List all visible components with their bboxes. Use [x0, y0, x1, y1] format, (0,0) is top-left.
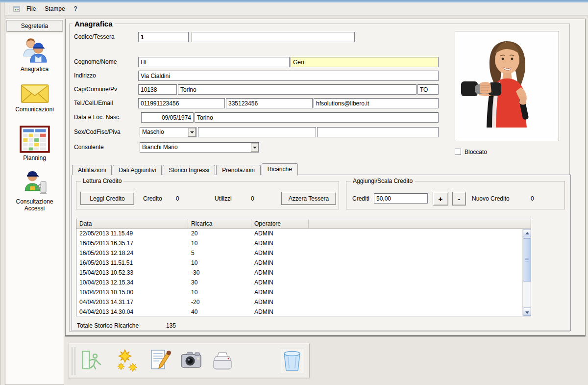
table-cell: 04/04/2013 14.31.17	[76, 298, 188, 308]
sidebar-item-comunicazioni[interactable]: Comunicazioni	[5, 83, 64, 113]
column-header-data[interactable]: Data	[76, 219, 188, 229]
crediti-input[interactable]	[374, 193, 428, 204]
member-photo	[455, 31, 559, 141]
scroll-down-button[interactable]	[523, 308, 531, 316]
sidebar-item-consultazione-accessi[interactable]: Consultazione Accessi	[5, 168, 64, 212]
menu-help[interactable]: ?	[70, 3, 82, 14]
sidebar-header-segreteria[interactable]: Segreteria	[7, 21, 62, 32]
consulente-label: Consulente	[74, 144, 104, 151]
menu-bar: File Stampe ?	[5, 2, 588, 16]
table-row[interactable]: 04/04/2013 14.31.17-20ADMIN	[76, 298, 522, 308]
menubar-grip[interactable]	[8, 4, 9, 13]
table-cell: ADMIN	[251, 288, 309, 298]
table-row[interactable]: 15/04/2013 10.52.33-30ADMIN	[76, 268, 522, 278]
column-header-ricarica[interactable]: Ricarica	[188, 219, 251, 229]
toolbar-grip[interactable]	[72, 347, 75, 375]
nuovo-credito-label: Nuovo Credito	[472, 195, 510, 202]
print-button[interactable]	[210, 349, 235, 373]
menu-file[interactable]: File	[23, 3, 41, 14]
email-input[interactable]	[314, 98, 439, 108]
table-cell: ADMIN	[251, 239, 309, 249]
table-row[interactable]: 22/05/2013 11.15.4920ADMIN	[76, 229, 522, 239]
table-cell: 16/05/2013 11.51.51	[76, 258, 188, 268]
bloccato-checkbox[interactable]	[455, 149, 461, 155]
sex-dropdown-button[interactable]	[188, 128, 196, 137]
column-header-operatore[interactable]: Operatore	[251, 219, 309, 229]
vertical-scrollbar[interactable]	[522, 229, 531, 316]
loc-nascita-input[interactable]	[195, 112, 439, 123]
edit-icon	[148, 349, 172, 374]
table-row[interactable]: 16/05/2013 12.18.245ADMIN	[76, 249, 522, 258]
data-nascita-input[interactable]	[141, 112, 194, 123]
table-cell: ADMIN	[251, 298, 309, 308]
tab-ricariche[interactable]: Ricariche	[262, 163, 298, 176]
leggi-credito-button[interactable]: Leggi Credito	[80, 192, 134, 205]
totale-label: Totale Storico Ricariche	[77, 322, 139, 329]
cell-input[interactable]	[226, 98, 313, 108]
crediti-label: Crediti	[352, 195, 369, 202]
table-cell: 5	[188, 249, 251, 258]
new-button[interactable]	[115, 349, 140, 373]
access-person-icon	[5, 168, 64, 197]
tessera-input[interactable]	[192, 32, 355, 42]
sidebar-item-planning[interactable]: Planning	[5, 126, 64, 161]
tab-dati-aggiuntivi[interactable]: Dati Aggiuntivi	[113, 165, 162, 175]
scroll-up-button[interactable]	[523, 229, 531, 237]
indirizzo-label: Indirizzo	[74, 72, 96, 79]
calendar-icon	[5, 126, 64, 153]
table-row[interactable]: 10/04/2013 12.15.3430ADMIN	[76, 278, 522, 288]
print-icon	[211, 349, 234, 374]
envelope-icon	[5, 83, 64, 104]
subtract-credit-button[interactable]: -	[452, 192, 466, 205]
table-cell: 30	[188, 278, 251, 288]
tab-storico-ingressi[interactable]: Storico Ingressi	[163, 165, 215, 175]
table-row[interactable]: 10/04/2013 10.15.0010ADMIN	[76, 288, 522, 298]
tab-abilitazioni[interactable]: Abilitazioni	[72, 165, 112, 175]
cap-input[interactable]	[138, 84, 177, 95]
totale-value: 135	[166, 322, 176, 329]
app-icon[interactable]	[13, 5, 21, 12]
consulente-dropdown-button[interactable]	[250, 143, 259, 152]
table-cell: 15/04/2013 10.52.33	[76, 268, 188, 278]
utilizzi-label: Utilizzi	[215, 195, 232, 202]
lettura-credito-groupbox: Lettura Credito Leggi Credito Credito 0 …	[76, 181, 339, 209]
delete-icon	[280, 349, 304, 374]
thumb-grip-icon	[525, 258, 529, 262]
pv-input[interactable]	[417, 84, 439, 95]
consulente-combobox[interactable]: Bianchi Mario	[140, 142, 259, 153]
bottom-toolbar	[69, 343, 310, 378]
table-cell: 22/05/2013 11.15.49	[76, 229, 188, 239]
table-cell: ADMIN	[251, 308, 309, 316]
lettura-credito-title: Lettura Credito	[81, 178, 123, 184]
table-row[interactable]: 16/05/2013 11.51.5110ADMIN	[76, 258, 522, 268]
table-row[interactable]: 04/04/2013 14.30.0440ADMIN	[76, 308, 522, 316]
sex-label: Sex/CodFisc/Piva	[74, 128, 121, 135]
table-cell: 10	[188, 288, 251, 298]
camera-button[interactable]	[179, 349, 203, 373]
menu-stampe[interactable]: Stampe	[41, 3, 70, 14]
comune-input[interactable]	[178, 84, 416, 95]
tab-prenotazioni[interactable]: Prenotazioni	[216, 165, 261, 175]
exit-button[interactable]	[80, 349, 104, 373]
delete-button[interactable]	[280, 349, 304, 373]
table-row[interactable]: 16/05/2013 16.35.1710ADMIN	[76, 239, 522, 249]
nome-input[interactable]	[291, 57, 439, 67]
sex-combobox[interactable]: Maschio	[140, 127, 196, 137]
cognome-input[interactable]	[138, 57, 290, 67]
codice-input[interactable]	[138, 32, 189, 42]
piva-input[interactable]	[317, 127, 439, 137]
table-cell: 10/04/2013 12.15.34	[76, 278, 188, 288]
table-cell: 10	[188, 239, 251, 249]
aggiungi-scala-credito-groupbox: Aggiungi/Scala Credito Crediti + - Nuovo…	[346, 181, 565, 209]
aggiungi-scala-credito-title: Aggiungi/Scala Credito	[351, 178, 415, 184]
exit-icon	[80, 349, 104, 374]
sidebar-item-anagrafica[interactable]: Anagrafica	[5, 36, 64, 73]
codfisc-input[interactable]	[198, 127, 316, 137]
scrollbar-thumb[interactable]	[523, 238, 531, 282]
add-credit-button[interactable]: +	[433, 192, 448, 205]
tab-page-ricariche: Lettura Credito Leggi Credito Credito 0 …	[72, 175, 571, 331]
tel-input[interactable]	[138, 98, 225, 108]
azzera-tessera-button[interactable]: Azzera Tessera	[281, 192, 336, 205]
indirizzo-input[interactable]	[138, 71, 439, 81]
edit-button[interactable]	[147, 349, 172, 373]
